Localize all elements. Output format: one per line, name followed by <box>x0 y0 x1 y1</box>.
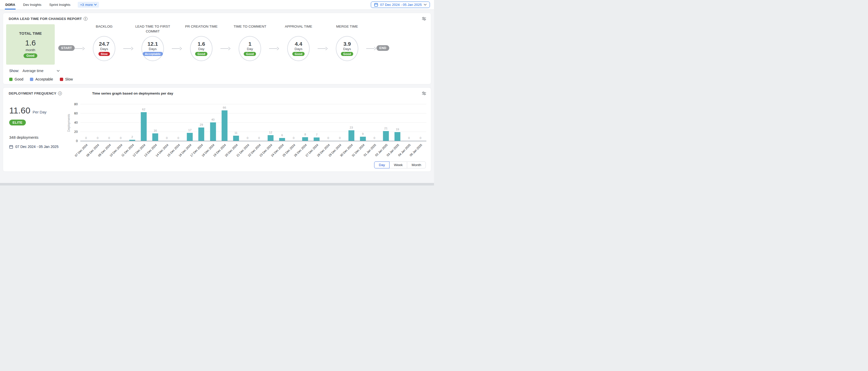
chart-plot-area: 020406080007 Dec 2024008 Dec 2024009 Dec… <box>80 104 426 141</box>
chart-column[interactable]: 727 Dec 2024 <box>311 104 322 141</box>
deployment-bar[interactable] <box>383 131 389 141</box>
stage-unit: Days <box>100 47 108 51</box>
chart-column[interactable]: 1716 Dec 2024 <box>184 104 196 141</box>
legend-label: Good <box>14 77 23 81</box>
toggle-month[interactable]: Month <box>407 162 426 168</box>
deployment-bar[interactable] <box>129 140 135 141</box>
stage-unit: Days <box>294 47 303 51</box>
legend-label: Acceptable <box>35 77 53 81</box>
deployment-bar[interactable] <box>279 138 285 141</box>
chart-column[interactable]: 2102 Jan 2025 <box>380 104 392 141</box>
bar-value-label: 40 <box>211 118 215 121</box>
start-pill: START <box>58 45 75 51</box>
legend-swatch <box>60 78 63 81</box>
deployment-rate-value: 11.60 <box>9 105 30 115</box>
flow-arrow <box>220 46 231 50</box>
tab-dora[interactable]: DORA <box>5 0 16 9</box>
stage-circle: 1.6DayGood <box>190 36 213 61</box>
tab-dev-insights[interactable]: Dev Insights <box>23 0 42 9</box>
deployment-bar[interactable] <box>233 136 239 141</box>
chart-column[interactable]: 1613 Dec 2024 <box>150 104 161 141</box>
deployment-bar[interactable] <box>210 123 216 141</box>
chevron-down-icon <box>94 4 97 6</box>
chart-column[interactable]: 015 Dec 2024 <box>173 104 184 141</box>
stage-title: MERGE TIME <box>336 24 358 36</box>
chart-column[interactable]: 4018 Dec 2024 <box>207 104 219 141</box>
deployment-bar[interactable] <box>360 137 366 141</box>
deployment-bar[interactable] <box>187 133 193 141</box>
info-icon[interactable] <box>84 17 88 21</box>
chart-column[interactable]: 211 Dec 2024 <box>126 104 138 141</box>
bar-value-label: 19 <box>396 128 399 131</box>
bar-value-label: 62 <box>142 108 146 111</box>
chart-column[interactable]: 025 Dec 2024 <box>288 104 300 141</box>
chevron-down-icon <box>424 4 427 6</box>
chart-subtitle: Time series graph based on deployments p… <box>92 92 173 95</box>
stage-circle: 4.4DaysGood <box>287 36 310 61</box>
deployment-date-range-label: 07 Dec 2024 - 05 Jan 2025 <box>16 145 59 149</box>
sliders-icon[interactable] <box>422 91 426 95</box>
flow-arrow <box>318 46 328 50</box>
bar-value-label: 0 <box>166 136 167 139</box>
deployment-rate: 11.60 Per Day <box>9 105 67 115</box>
show-metric-dropdown[interactable]: Show: Average time <box>9 69 431 73</box>
chart-column[interactable]: 029 Dec 2024 <box>334 104 345 141</box>
bar-value-label: 17 <box>188 129 191 132</box>
bar-value-label: 12 <box>269 131 272 134</box>
status-legend: GoodAcceptableSlow <box>9 77 431 81</box>
chart-column[interactable]: 624 Dec 2024 <box>276 104 288 141</box>
chart-column[interactable]: 014 Dec 2024 <box>161 104 173 141</box>
chart-column[interactable]: 826 Dec 2024 <box>300 104 311 141</box>
lead-time-funnel: STARTBACKLOG24.7DaysSlowLEAD TIME TO FIR… <box>58 24 389 65</box>
y-axis-tick: 0 <box>76 139 78 143</box>
chart-column[interactable]: 028 Dec 2024 <box>322 104 334 141</box>
bar-value-label: 16 <box>154 129 157 132</box>
chart-column[interactable]: 007 Dec 2024 <box>80 104 92 141</box>
chart-column[interactable]: 022 Dec 2024 <box>253 104 265 141</box>
chart-column[interactable]: 931 Dec 2024 <box>357 104 369 141</box>
toggle-day[interactable]: Day <box>374 162 390 168</box>
chart-column[interactable]: 2917 Dec 2024 <box>196 104 207 141</box>
deployment-bar[interactable] <box>152 133 158 141</box>
y-axis-tick: 80 <box>74 102 78 106</box>
date-range-picker[interactable]: 07 Dec 2024 - 05 Jan 2025 <box>371 2 430 8</box>
tab-sprint-insights[interactable]: Sprint Insights <box>49 0 71 9</box>
chart-column[interactable]: 010 Dec 2024 <box>115 104 126 141</box>
deployment-bar[interactable] <box>198 128 204 141</box>
deployment-bar[interactable] <box>395 132 401 141</box>
chart-column[interactable]: 1120 Dec 2024 <box>230 104 242 141</box>
deployment-stats: 11.60 Per Day ELITE 348 deployments 07 D… <box>6 95 67 169</box>
more-tabs-count: +3 <box>80 3 84 7</box>
toggle-week[interactable]: Week <box>389 162 407 168</box>
more-tabs-button[interactable]: +3more <box>78 2 99 8</box>
funnel-stage-merge-time: MERGE TIME3.9DaysGood <box>328 24 366 61</box>
legend-swatch <box>30 78 33 81</box>
lead-time-title: DORA LEAD TIME FOR CHANGES REPORT <box>9 17 82 21</box>
info-icon[interactable] <box>58 92 62 95</box>
chart-column[interactable]: 6619 Dec 2024 <box>219 104 230 141</box>
chart-column[interactable]: 1903 Jan 2025 <box>392 104 403 141</box>
bar-value-label: 9 <box>362 132 364 135</box>
chart-column[interactable]: 004 Jan 2025 <box>403 104 415 141</box>
chart-column[interactable]: 008 Dec 2024 <box>92 104 103 141</box>
stage-status-badge: Slow <box>98 52 110 56</box>
sliders-icon[interactable] <box>422 16 426 21</box>
total-time-status-badge: Good <box>24 54 37 58</box>
legend-item-good: Good <box>9 77 23 81</box>
chart-column[interactable]: 005 Jan 2025 <box>415 104 426 141</box>
deployment-bar[interactable] <box>348 130 354 141</box>
deployment-bar[interactable] <box>314 137 320 141</box>
deployment-bar[interactable] <box>268 135 274 141</box>
chart-column[interactable]: 2330 Dec 2024 <box>345 104 357 141</box>
chart-column[interactable]: 009 Dec 2024 <box>103 104 115 141</box>
chart-column[interactable]: 001 Jan 2025 <box>369 104 380 141</box>
bar-value-label: 0 <box>85 136 87 139</box>
deployment-bar[interactable] <box>141 112 147 141</box>
chart-column[interactable]: 021 Dec 2024 <box>242 104 253 141</box>
chart-column[interactable]: 6212 Dec 2024 <box>138 104 149 141</box>
deployment-bar[interactable] <box>302 137 308 141</box>
deployment-bar[interactable] <box>221 110 227 141</box>
bar-value-label: 2 <box>131 135 133 138</box>
chart-column[interactable]: 1223 Dec 2024 <box>265 104 276 141</box>
bar-value-label: 0 <box>328 136 329 139</box>
